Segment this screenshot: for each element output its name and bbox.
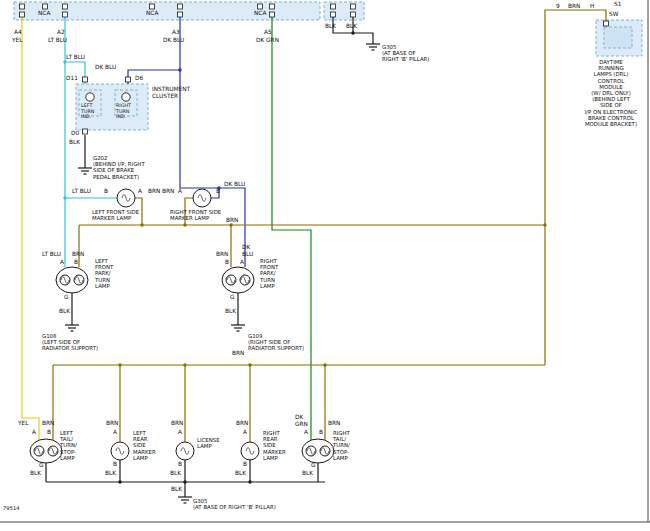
dkblu-cluster-branch (128, 70, 180, 84)
g109-ground-icon (231, 325, 245, 331)
left-turn-indicator-icon (86, 93, 94, 101)
wire-light-blue (65, 17, 117, 267)
yel-feed-wire (22, 17, 39, 441)
g202-ground-icon (78, 168, 92, 174)
junction-dots-dkblu (178, 68, 220, 189)
wiring-diagram-page: NCANCANCAA4YELA2LT BLUA3DK BLUA5DK GRNBL… (0, 0, 650, 531)
wire-yellow (22, 17, 39, 441)
drl-module-inner-box (604, 27, 632, 48)
junction-dots-brn (118, 223, 546, 366)
g305-top-ground-icon (366, 44, 380, 50)
connector-boxes (14, 2, 642, 130)
junction-dots-blk (118, 31, 354, 483)
dkblu-marker-stub (211, 188, 219, 198)
wire-dark-blue (128, 17, 245, 267)
dkgrn-feed-wire (272, 17, 311, 441)
brn-rf-marker-drop (185, 198, 193, 225)
dkblu-main-wire (180, 70, 245, 267)
right-turn-indicator-icon (122, 93, 130, 101)
wire-dark-green (272, 17, 311, 441)
blk-connector-box (324, 2, 364, 20)
brn-drl-feed (545, 10, 606, 365)
wire-brown (53, 10, 606, 442)
wiring-diagram-canvas (0, 0, 650, 531)
brn-lf-marker-drop (135, 198, 142, 225)
g305-bottom-ground-icon (178, 497, 192, 503)
ltblu-cluster-branch (65, 62, 85, 84)
g108-ground-icon (65, 325, 79, 331)
